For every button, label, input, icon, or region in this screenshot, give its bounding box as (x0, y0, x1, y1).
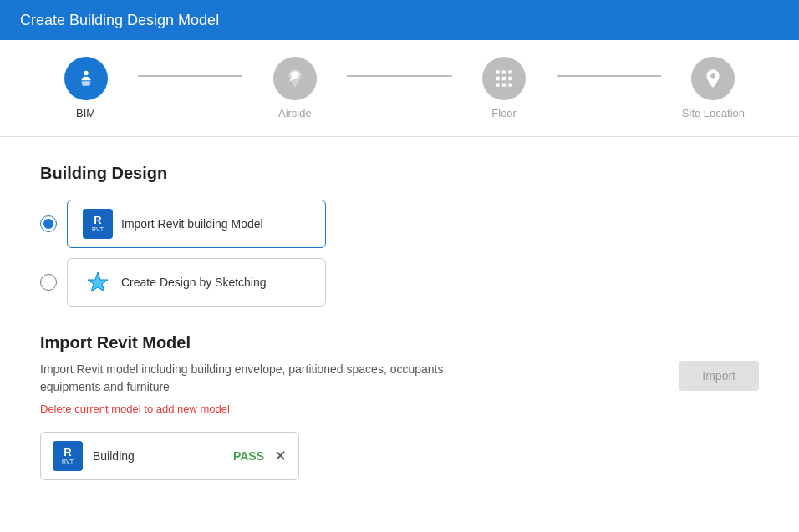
sketch-label-box[interactable]: Create Design by Sketching (67, 258, 326, 307)
import-row: Import Revit model including building en… (40, 361, 759, 480)
stepper-circle-airside (273, 57, 317, 100)
import-button[interactable]: Import (679, 361, 759, 391)
stepper-item-airside[interactable]: Airside (242, 57, 347, 119)
svg-rect-4 (496, 77, 499, 80)
airside-icon (284, 68, 306, 89)
building-design-title: Building Design (40, 164, 759, 183)
option-sketch[interactable]: Create Design by Sketching (40, 258, 759, 307)
building-revit-icon: R RVT (53, 441, 83, 471)
stepper-label-floor: Floor (491, 107, 517, 119)
sketch-icon (83, 267, 113, 297)
sketch-option-label: Create Design by Sketching (121, 276, 267, 289)
app-title: Create Building Design Model (20, 12, 219, 29)
import-left-content: Import Revit model including building en… (40, 361, 645, 480)
svg-rect-5 (502, 77, 506, 80)
pass-badge: PASS (233, 449, 264, 463)
bim-icon (75, 68, 97, 89)
revit-label-box[interactable]: R RVT Import Revit building Model (67, 200, 326, 248)
svg-rect-3 (509, 70, 512, 73)
stepper: BIM Airside (0, 40, 799, 137)
building-design-section: Building Design R RVT Import Revit build… (40, 164, 759, 307)
stepper-circle-floor (482, 57, 526, 100)
import-description: Import Revit model including building en… (40, 361, 475, 396)
stepper-item-bim[interactable]: BIM (33, 57, 138, 119)
stepper-circle-bim (64, 57, 108, 100)
svg-rect-2 (502, 70, 506, 73)
stepper-circle-site-location (691, 57, 735, 100)
stepper-line-3 (557, 75, 661, 77)
svg-point-0 (84, 71, 88, 75)
main-content: Building Design R RVT Import Revit build… (0, 137, 799, 532)
svg-rect-8 (502, 83, 506, 86)
revit-icon: R RVT (83, 209, 113, 239)
import-section-title: Import Revit Model (40, 333, 759, 352)
svg-rect-6 (509, 77, 512, 80)
delete-warning: Delete current model to add new model (40, 403, 645, 415)
stepper-label-site-location: Site Location (682, 107, 745, 119)
stepper-item-site-location[interactable]: Site Location (661, 57, 766, 119)
svg-rect-1 (496, 70, 499, 73)
floor-icon (493, 68, 515, 89)
svg-marker-10 (88, 272, 108, 291)
radio-sketch[interactable] (40, 274, 57, 291)
design-option-group: R RVT Import Revit building Model (40, 200, 759, 307)
building-item: R RVT Building PASS ✕ (40, 432, 299, 480)
revit-option-label: Import Revit building Model (121, 217, 263, 231)
stepper-item-floor[interactable]: Floor (452, 57, 557, 119)
stepper-label-airside: Airside (278, 107, 312, 119)
radio-revit[interactable] (40, 215, 57, 232)
site-location-icon (702, 68, 724, 89)
building-name: Building (93, 449, 223, 463)
close-icon[interactable]: ✕ (274, 447, 287, 465)
app-header: Create Building Design Model (0, 0, 799, 40)
stepper-line-2 (347, 75, 451, 77)
stepper-label-bim: BIM (76, 107, 95, 119)
option-revit[interactable]: R RVT Import Revit building Model (40, 200, 759, 248)
svg-rect-7 (496, 83, 499, 86)
svg-rect-9 (509, 83, 512, 86)
import-revit-section: Import Revit Model Import Revit model in… (40, 333, 759, 480)
stepper-line-1 (138, 75, 242, 77)
